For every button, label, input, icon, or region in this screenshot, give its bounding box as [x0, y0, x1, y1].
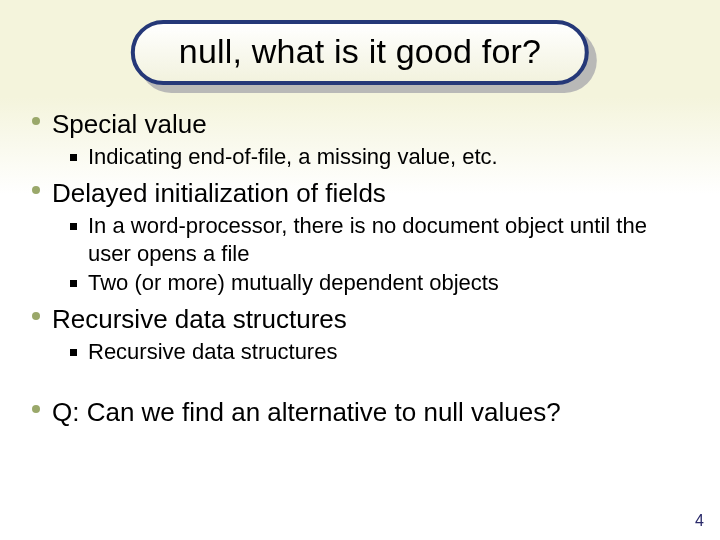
sub-bullet-list: Indicating end-of-file, a missing value,…: [52, 143, 690, 172]
slide-title: null, what is it good for?: [179, 32, 541, 70]
sub-bullet-square-icon: [70, 349, 77, 356]
slide-body: Special value Indicating end-of-file, a …: [28, 108, 690, 433]
page-number: 4: [695, 512, 704, 530]
sub-bullet-item: Recursive data structures: [70, 338, 690, 367]
bullet-text: Q: Can we find an alternative to null va…: [52, 397, 561, 427]
bullet-dot-icon: [32, 117, 40, 125]
sub-bullet-list: Recursive data structures: [52, 338, 690, 367]
sub-bullet-item: Indicating end-of-file, a missing value,…: [70, 143, 690, 172]
bullet-item: Special value Indicating end-of-file, a …: [28, 108, 690, 171]
bullet-list: Special value Indicating end-of-file, a …: [28, 108, 690, 429]
bullet-item: Q: Can we find an alternative to null va…: [28, 396, 690, 429]
bullet-dot-icon: [32, 405, 40, 413]
sub-bullet-square-icon: [70, 223, 77, 230]
sub-bullet-text: Indicating end-of-file, a missing value,…: [88, 144, 498, 169]
sub-bullet-text: In a word-processor, there is no documen…: [88, 213, 647, 267]
sub-bullet-item: In a word-processor, there is no documen…: [70, 212, 690, 269]
slide-title-container: null, what is it good for?: [131, 20, 589, 85]
bullet-text: Delayed initialization of fields: [52, 178, 386, 208]
sub-bullet-list: In a word-processor, there is no documen…: [52, 212, 690, 298]
sub-bullet-text: Recursive data structures: [88, 339, 337, 364]
title-pill: null, what is it good for?: [131, 20, 589, 85]
sub-bullet-square-icon: [70, 280, 77, 287]
sub-bullet-text: Two (or more) mutually dependent objects: [88, 270, 499, 295]
sub-bullet-item: Two (or more) mutually dependent objects: [70, 269, 690, 298]
bullet-dot-icon: [32, 312, 40, 320]
bullet-dot-icon: [32, 186, 40, 194]
bullet-item: Recursive data structures Recursive data…: [28, 303, 690, 366]
bullet-text: Recursive data structures: [52, 304, 347, 334]
bullet-text: Special value: [52, 109, 207, 139]
bullet-item: Delayed initialization of fields In a wo…: [28, 177, 690, 297]
sub-bullet-square-icon: [70, 154, 77, 161]
